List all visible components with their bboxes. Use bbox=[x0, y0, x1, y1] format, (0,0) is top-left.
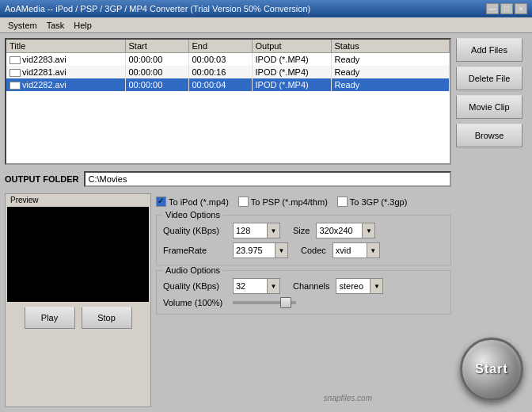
title-bar: AoAMedia -- iPod / PSP / 3GP / MP4 Conve… bbox=[0, 0, 532, 17]
video-codec-value: xvid bbox=[333, 246, 367, 255]
video-size-label: Size bbox=[293, 226, 310, 235]
video-options-group: Video Options Quality (KBps) 128 ▼ Size … bbox=[156, 215, 451, 265]
window-controls: — □ × bbox=[486, 3, 527, 14]
left-panel: Title Start End Output Status vid2283.av… bbox=[5, 38, 451, 407]
cell-start: 00:00:00 bbox=[125, 78, 188, 91]
cell-title: vid2281.avi bbox=[6, 66, 125, 78]
cell-status: Ready bbox=[331, 78, 450, 91]
menu-task[interactable]: Task bbox=[42, 20, 70, 31]
video-quality-dropdown[interactable]: 128 ▼ bbox=[233, 223, 280, 238]
video-quality-arrow[interactable]: ▼ bbox=[267, 223, 279, 238]
bottom-section: Preview Play Stop To iPod (*.mp4) bbox=[5, 193, 451, 407]
cell-start: 00:00:00 bbox=[125, 66, 188, 78]
ipod-checkbox[interactable] bbox=[156, 196, 166, 207]
cell-output: IPOD (*.MP4) bbox=[252, 53, 331, 67]
play-button[interactable]: Play bbox=[25, 307, 75, 329]
video-framerate-dropdown[interactable]: 23.975 ▼ bbox=[233, 242, 288, 258]
psp-checkbox[interactable] bbox=[238, 196, 249, 207]
add-files-button[interactable]: Add Files bbox=[456, 38, 522, 62]
stop-button[interactable]: Stop bbox=[82, 307, 132, 329]
close-button[interactable]: × bbox=[515, 3, 527, 14]
cell-output: IPOD (*.MP4) bbox=[252, 66, 331, 78]
cell-title: vid2282.avi bbox=[6, 78, 125, 91]
video-quality-label: Quality (KBps) bbox=[163, 226, 226, 235]
format-ipod[interactable]: To iPod (*.mp4) bbox=[156, 196, 229, 207]
video-codec-label: Codec bbox=[301, 246, 326, 255]
col-output: Output bbox=[252, 40, 331, 53]
movie-clip-button[interactable]: Movie Clip bbox=[456, 95, 522, 119]
video-framerate-arrow[interactable]: ▼ bbox=[275, 243, 287, 258]
3gp-checkbox[interactable] bbox=[337, 196, 348, 207]
minimize-button[interactable]: — bbox=[486, 3, 499, 14]
window-title: AoAMedia -- iPod / PSP / 3GP / MP4 Conve… bbox=[5, 4, 310, 13]
psp-label: To PSP (*.mp4/thm) bbox=[251, 197, 328, 207]
audio-options-group: Audio Options Quality (KBps) 32 ▼ Channe… bbox=[156, 270, 451, 315]
start-button[interactable]: Start bbox=[460, 338, 523, 401]
output-folder-row: OUTPUT FOLDER bbox=[5, 170, 451, 189]
video-quality-row: Quality (KBps) 128 ▼ Size 320x240 ▼ bbox=[163, 223, 444, 238]
volume-slider-container bbox=[233, 301, 296, 304]
output-folder-label: OUTPUT FOLDER bbox=[5, 174, 79, 184]
format-row: To iPod (*.mp4) To PSP (*.mp4/thm) To 3G… bbox=[156, 193, 451, 210]
col-title: Title bbox=[6, 40, 125, 53]
audio-options-title: Audio Options bbox=[163, 265, 222, 275]
cell-end: 00:00:03 bbox=[188, 53, 252, 67]
browse-button[interactable]: Browse bbox=[456, 124, 522, 147]
preview-video bbox=[7, 207, 149, 302]
table-row[interactable]: vid2281.avi 00:00:00 00:00:16 IPOD (*.MP… bbox=[6, 66, 450, 78]
ipod-label: To iPod (*.mp4) bbox=[169, 197, 229, 207]
cell-end: 00:00:04 bbox=[188, 78, 252, 91]
menu-system[interactable]: System bbox=[3, 20, 42, 31]
volume-slider[interactable] bbox=[233, 301, 296, 304]
cell-output: IPOD (*.MP4) bbox=[252, 78, 331, 91]
watermark: snapfiles.com bbox=[324, 394, 372, 402]
video-size-arrow[interactable]: ▼ bbox=[362, 223, 374, 238]
audio-quality-label: Quality (KBps) bbox=[163, 281, 226, 291]
preview-box: Preview Play Stop bbox=[5, 193, 151, 407]
menu-bar: System Task Help bbox=[0, 17, 532, 33]
file-table-container: Title Start End Output Status vid2283.av… bbox=[5, 38, 451, 165]
main-content: Title Start End Output Status vid2283.av… bbox=[0, 33, 532, 412]
volume-label: Volume (100%) bbox=[163, 298, 226, 307]
preview-label: Preview bbox=[10, 196, 39, 204]
audio-channels-label: Channels bbox=[293, 281, 329, 291]
cell-title: vid2283.avi bbox=[6, 53, 125, 67]
right-panel: Add Files Delete File Movie Clip Browse … bbox=[456, 38, 527, 407]
video-codec-arrow[interactable]: ▼ bbox=[367, 243, 379, 258]
volume-slider-thumb[interactable] bbox=[280, 297, 291, 308]
audio-quality-value: 32 bbox=[234, 281, 267, 291]
output-folder-input[interactable] bbox=[84, 171, 452, 187]
maximize-button[interactable]: □ bbox=[500, 3, 513, 14]
table-row[interactable]: vid2283.avi 00:00:00 00:00:03 IPOD (*.MP… bbox=[6, 53, 450, 67]
col-end: End bbox=[188, 40, 252, 53]
volume-row: Volume (100%) bbox=[163, 298, 444, 307]
cell-start: 00:00:00 bbox=[125, 53, 188, 67]
format-3gp[interactable]: To 3GP (*.3gp) bbox=[337, 196, 408, 207]
video-codec-dropdown[interactable]: xvid ▼ bbox=[332, 242, 380, 258]
cell-end: 00:00:16 bbox=[188, 66, 252, 78]
audio-quality-arrow[interactable]: ▼ bbox=[267, 279, 279, 293]
col-status: Status bbox=[331, 40, 450, 53]
file-table: Title Start End Output Status vid2283.av… bbox=[6, 40, 450, 91]
video-framerate-row: FrameRate 23.975 ▼ Codec xvid ▼ bbox=[163, 242, 444, 258]
start-button-container: Start bbox=[456, 152, 527, 407]
preview-buttons: Play Stop bbox=[7, 307, 149, 329]
format-psp[interactable]: To PSP (*.mp4/thm) bbox=[238, 196, 328, 207]
video-size-dropdown[interactable]: 320x240 ▼ bbox=[316, 223, 375, 238]
audio-channels-dropdown[interactable]: stereo ▼ bbox=[336, 278, 383, 294]
delete-file-button[interactable]: Delete File bbox=[456, 67, 522, 90]
3gp-label: To 3GP (*.3gp) bbox=[350, 197, 408, 207]
col-start: Start bbox=[125, 40, 188, 53]
audio-quality-row: Quality (KBps) 32 ▼ Channels stereo ▼ bbox=[163, 278, 444, 294]
video-framerate-label: FrameRate bbox=[163, 246, 226, 255]
menu-help[interactable]: Help bbox=[69, 20, 97, 31]
video-quality-value: 128 bbox=[234, 226, 267, 235]
cell-status: Ready bbox=[331, 53, 450, 67]
table-row[interactable]: vid2282.avi 00:00:00 00:00:04 IPOD (*.MP… bbox=[6, 78, 450, 91]
cell-status: Ready bbox=[331, 66, 450, 78]
audio-channels-arrow[interactable]: ▼ bbox=[370, 279, 382, 293]
options-panel: To iPod (*.mp4) To PSP (*.mp4/thm) To 3G… bbox=[156, 193, 451, 407]
audio-quality-dropdown[interactable]: 32 ▼ bbox=[233, 278, 280, 294]
audio-channels-value: stereo bbox=[336, 281, 370, 291]
video-framerate-value: 23.975 bbox=[234, 246, 275, 255]
